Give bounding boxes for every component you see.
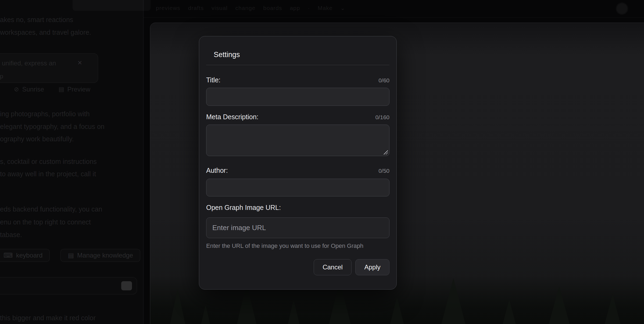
resize-handle-icon[interactable] (384, 150, 388, 154)
avatar[interactable] (616, 3, 628, 15)
sidebar-view-tabs: ⊘ Sunrise ▤ Preview (14, 86, 90, 93)
meta-description-field-row: Meta Description: 0/160 (206, 113, 389, 121)
manage-knowledge-button[interactable]: ▤ Manage knowledge (60, 249, 140, 262)
meta-description-label: Meta Description: (206, 113, 259, 121)
meta-description-char-counter: 0/160 (375, 114, 389, 121)
tab-sunrise[interactable]: ⊘ Sunrise (14, 86, 44, 93)
og-image-field-row: Open Graph Image URL: (206, 203, 389, 212)
og-image-helper-text: Enter the URL of the image you want to u… (206, 242, 389, 249)
attachment-card-text: unified, express an (2, 59, 56, 67)
title-label: Title: (206, 76, 220, 84)
dialog-title: Settings (214, 50, 389, 59)
top-bar: previews drafts visual change boards app… (144, 0, 644, 18)
tab-label: Preview (67, 86, 90, 93)
chat-message-line: ing photographs, portfolio with (0, 108, 137, 120)
sunrise-icon: ⊘ (14, 86, 19, 93)
chat-message-line: tabase. (0, 228, 137, 241)
attachment-card-subtext: +p (0, 73, 3, 80)
close-icon[interactable]: ✕ (76, 59, 84, 67)
chat-sidebar: akes no, smart reactions workspaces, and… (0, 0, 144, 324)
keyboard-button[interactable]: ⌨ keyboard (0, 249, 50, 262)
sidebar-top-tab (73, 0, 151, 11)
author-label: Author: (206, 166, 228, 174)
chat-message-line: elegant typography, and a focus on (0, 120, 137, 133)
author-input[interactable] (206, 179, 389, 196)
tab-label: Sunrise (22, 86, 44, 93)
topbar-breadcrumb: previews drafts visual change boards app… (156, 5, 345, 11)
og-image-url-input[interactable] (206, 217, 389, 238)
og-image-url-label: Open Graph Image URL: (206, 203, 281, 212)
author-field-row: Author: 0/50 (206, 166, 389, 174)
cancel-button[interactable]: Cancel (314, 259, 352, 275)
chat-message-line: eds backend functionality, you can (0, 203, 137, 216)
chat-message-line: to away well in the project, call it (0, 168, 137, 180)
meta-description-textarea[interactable] (206, 125, 389, 156)
chat-composer-input[interactable] (0, 277, 137, 294)
grid-icon: ▤ (59, 86, 64, 93)
send-icon[interactable] (121, 281, 132, 290)
chat-message-line: s, cocktail or custom instructions (0, 155, 137, 168)
chat-message-line: ography work beautifully. (0, 133, 137, 145)
title-input[interactable] (206, 88, 389, 106)
book-icon: ▤ (68, 252, 74, 259)
dialog-body: Title: 0/60 Meta Description: 0/160 Auth… (199, 65, 396, 289)
chat-message-line: akes no, smart reactions (0, 13, 137, 26)
tab-preview[interactable]: ▤ Preview (59, 86, 90, 93)
button-label: Manage knowledge (77, 252, 133, 259)
apply-button[interactable]: Apply (355, 259, 389, 275)
dialog-footer: Cancel Apply (206, 259, 389, 275)
settings-dialog: Settings Title: 0/60 Meta Description: 0… (199, 36, 397, 290)
title-field-row: Title: 0/60 (206, 76, 389, 84)
sidebar-action-row: ⌨ keyboard ▤ Manage knowledge (0, 249, 140, 262)
keyboard-icon: ⌨ (3, 252, 13, 259)
chat-message-line: enu on the top right to connect (0, 216, 137, 228)
button-label: keyboard (16, 252, 43, 259)
chat-message-line: this bigger and make it red color (0, 312, 137, 324)
title-char-counter: 0/60 (378, 77, 389, 84)
meta-description-textarea-wrap (206, 125, 389, 156)
chat-message-line: workspaces, and travel galore. (0, 26, 137, 39)
author-char-counter: 0/50 (378, 168, 389, 174)
attachment-card[interactable]: unified, express an ✕ +p (0, 53, 98, 83)
